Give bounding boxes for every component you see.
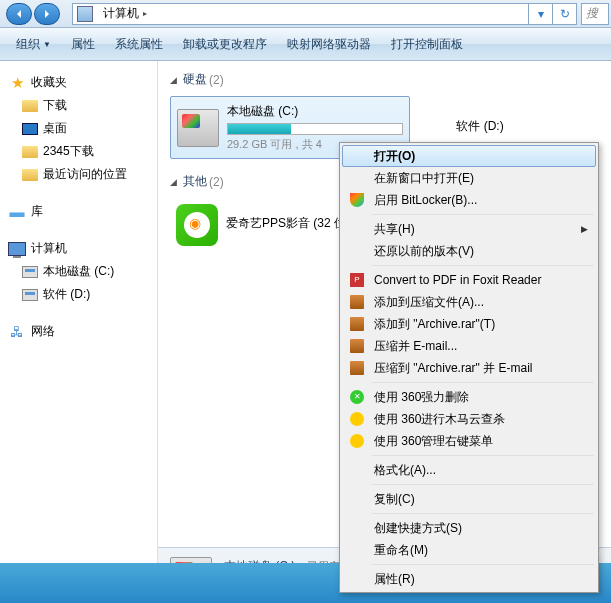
breadcrumb-label: 计算机 <box>103 5 139 22</box>
separator <box>372 455 594 456</box>
rar-icon <box>348 359 366 377</box>
computer-icon <box>77 6 93 22</box>
ctx-format[interactable]: 格式化(A)... <box>342 459 596 481</box>
forward-button[interactable] <box>34 3 60 25</box>
usage-fill <box>228 124 291 134</box>
ctx-zip-archive-email[interactable]: 压缩到 "Archive.rar" 并 E-mail <box>342 357 596 379</box>
drive-name: 本地磁盘 (C:) <box>227 103 403 120</box>
toolbar: 组织▼ 属性 系统属性 卸载或更改程序 映射网络驱动器 打开控制面板 <box>0 28 611 61</box>
nav-buttons <box>0 3 68 25</box>
sidebar-2345[interactable]: 2345下载 <box>0 140 157 163</box>
rar-icon <box>348 293 366 311</box>
collapse-icon: ◢ <box>170 75 177 85</box>
separator <box>372 382 594 383</box>
title-bar: 计算机▸ ▾ ↻ 搜 <box>0 0 611 28</box>
ctx-open[interactable]: 打开(O) <box>342 145 596 167</box>
refresh-button[interactable]: ↻ <box>552 3 576 25</box>
network-group: 🖧网络 <box>0 320 157 343</box>
rar-icon <box>348 315 366 333</box>
separator <box>372 513 594 514</box>
sidebar-drive-d[interactable]: 软件 (D:) <box>0 283 157 306</box>
360-icon <box>348 432 366 450</box>
ctx-copy[interactable]: 复制(C) <box>342 488 596 510</box>
rar-icon <box>348 337 366 355</box>
library-icon: ▬ <box>8 204 26 220</box>
organize-menu[interactable]: 组织▼ <box>6 32 61 57</box>
shield-icon <box>348 191 366 209</box>
ctx-add-zip[interactable]: 添加到压缩文件(A)... <box>342 291 596 313</box>
ctx-zip-email[interactable]: 压缩并 E-mail... <box>342 335 596 357</box>
folder-icon <box>22 146 38 158</box>
separator <box>372 265 594 266</box>
ctx-open-new-window[interactable]: 在新窗口中打开(E) <box>342 167 596 189</box>
map-drive-button[interactable]: 映射网络驱动器 <box>277 32 381 57</box>
libraries-group: ▬库 <box>0 200 157 223</box>
folder-icon <box>22 169 38 181</box>
sidebar-downloads[interactable]: 下载 <box>0 94 157 117</box>
360-icon <box>348 410 366 428</box>
pdf-icon: P <box>348 271 366 289</box>
ctx-360-context-menu[interactable]: 使用 360管理右键菜单 <box>342 430 596 452</box>
desktop-icon <box>22 123 38 135</box>
network-icon: 🖧 <box>8 324 26 340</box>
ctx-create-shortcut[interactable]: 创建快捷方式(S) <box>342 517 596 539</box>
ctx-add-archive[interactable]: 添加到 "Archive.rar"(T) <box>342 313 596 335</box>
chevron-right-icon: ▶ <box>581 224 588 234</box>
drive-icon <box>22 289 38 301</box>
breadcrumb-root[interactable]: 计算机▸ <box>97 4 154 24</box>
folder-icon <box>22 100 38 112</box>
chevron-down-icon: ▼ <box>43 40 51 49</box>
collapse-icon: ◢ <box>170 177 177 187</box>
app-name: 爱奇艺PPS影音 (32 位 <box>226 215 346 232</box>
computer-group: 计算机 本地磁盘 (C:) 软件 (D:) <box>0 237 157 306</box>
360-icon: ✕ <box>348 388 366 406</box>
ctx-rename[interactable]: 重命名(M) <box>342 539 596 561</box>
ctx-share[interactable]: 共享(H)▶ <box>342 218 596 240</box>
separator <box>372 214 594 215</box>
category-hdd[interactable]: ◢硬盘 (2) <box>158 61 611 92</box>
computer-icon <box>8 241 26 257</box>
usage-bar <box>227 123 403 135</box>
control-panel-button[interactable]: 打开控制面板 <box>381 32 473 57</box>
sidebar-desktop[interactable]: 桌面 <box>0 117 157 140</box>
ctx-360-scan[interactable]: 使用 360进行木马云查杀 <box>342 408 596 430</box>
back-button[interactable] <box>6 3 32 25</box>
iqiyi-icon <box>176 204 218 246</box>
system-properties-button[interactable]: 系统属性 <box>105 32 173 57</box>
sidebar-recent[interactable]: 最近访问的位置 <box>0 163 157 186</box>
chevron-right-icon: ▸ <box>143 9 147 18</box>
ctx-convert-pdf[interactable]: PConvert to PDF in Foxit Reader <box>342 269 596 291</box>
favorites-header[interactable]: ★收藏夹 <box>0 71 157 94</box>
computer-header[interactable]: 计算机 <box>0 237 157 260</box>
properties-button[interactable]: 属性 <box>61 32 105 57</box>
star-icon: ★ <box>8 75 26 91</box>
drive-name: 软件 (D:) <box>456 118 503 135</box>
libraries-header[interactable]: ▬库 <box>0 200 157 223</box>
dropdown-button[interactable]: ▾ <box>528 3 552 25</box>
drive-icon <box>22 266 38 278</box>
favorites-group: ★收藏夹 下载 桌面 2345下载 最近访问的位置 <box>0 71 157 186</box>
search-input[interactable]: 搜 <box>581 3 609 25</box>
address-bar[interactable]: 计算机▸ ▾ ↻ <box>72 3 577 25</box>
uninstall-button[interactable]: 卸载或更改程序 <box>173 32 277 57</box>
sidebar-drive-c[interactable]: 本地磁盘 (C:) <box>0 260 157 283</box>
ctx-properties[interactable]: 属性(R) <box>342 568 596 590</box>
sidebar: ★收藏夹 下载 桌面 2345下载 最近访问的位置 ▬库 计算机 本地磁盘 (C… <box>0 61 158 603</box>
separator <box>372 484 594 485</box>
context-menu: 打开(O) 在新窗口中打开(E) 启用 BitLocker(B)... 共享(H… <box>339 142 599 593</box>
ctx-360-delete[interactable]: ✕使用 360强力删除 <box>342 386 596 408</box>
drive-icon <box>177 109 219 147</box>
separator <box>372 564 594 565</box>
ctx-bitlocker[interactable]: 启用 BitLocker(B)... <box>342 189 596 211</box>
ctx-restore-versions[interactable]: 还原以前的版本(V) <box>342 240 596 262</box>
network-header[interactable]: 🖧网络 <box>0 320 157 343</box>
